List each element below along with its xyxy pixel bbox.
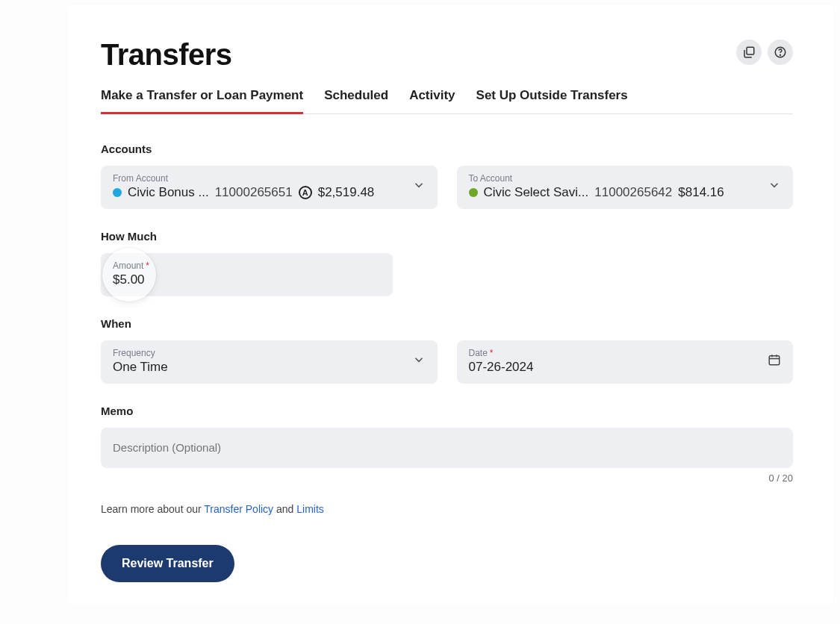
- from-account-number: 11000265651: [215, 185, 293, 200]
- from-account-name: Civic Bonus ...: [128, 185, 209, 200]
- frequency-label: Frequency: [113, 348, 405, 358]
- page-title: Transfers: [101, 38, 232, 72]
- header-actions: [736, 40, 793, 65]
- frequency-value: One Time: [113, 360, 405, 375]
- tabs: Make a Transfer or Loan Payment Schedule…: [101, 88, 793, 114]
- amount-label: Amount: [113, 260, 143, 271]
- date-value: 07-26-2024: [469, 360, 761, 375]
- svg-rect-0: [747, 47, 754, 54]
- from-account-label: From Account: [113, 173, 405, 184]
- tab-make-transfer[interactable]: Make a Transfer or Loan Payment: [101, 88, 303, 114]
- to-account-name: Civic Select Savi...: [484, 185, 589, 200]
- limits-link[interactable]: Limits: [296, 503, 324, 515]
- from-account-balance: $2,519.48: [318, 185, 375, 200]
- transfers-card: Transfers Make a Transfer or Loan Paymen…: [67, 4, 834, 605]
- date-label: Date: [469, 348, 488, 358]
- chevron-down-icon: [760, 178, 781, 195]
- to-account-color-dot: [469, 188, 478, 197]
- frequency-select[interactable]: Frequency One Time: [101, 340, 438, 384]
- from-account-color-dot: [113, 188, 122, 197]
- account-type-badge-icon: A: [299, 186, 312, 199]
- memo-section-label: Memo: [101, 405, 793, 417]
- to-account-number: 11000265642: [594, 185, 672, 200]
- accounts-section-label: Accounts: [101, 143, 793, 155]
- from-account-select[interactable]: From Account Civic Bonus ... 11000265651…: [101, 166, 438, 209]
- tab-activity[interactable]: Activity: [409, 88, 455, 114]
- save-copy-icon[interactable]: [736, 40, 762, 65]
- required-asterisk: *: [146, 260, 149, 271]
- policy-text: Learn more about our Transfer Policy and…: [101, 503, 793, 515]
- transfer-policy-link[interactable]: Transfer Policy: [204, 503, 273, 515]
- calendar-icon: [760, 353, 781, 369]
- required-asterisk: *: [490, 348, 494, 358]
- to-account-label: To Account: [469, 173, 761, 184]
- help-icon[interactable]: [768, 40, 793, 65]
- amount-value: $5.00: [113, 272, 381, 287]
- chevron-down-icon: [405, 178, 426, 195]
- memo-input[interactable]: [113, 441, 781, 454]
- date-field[interactable]: Date* 07-26-2024: [457, 340, 794, 384]
- chevron-down-icon: [405, 353, 426, 369]
- memo-char-counter: 0 / 20: [101, 472, 793, 484]
- how-much-section-label: How Much: [101, 230, 793, 243]
- header: Transfers: [101, 38, 793, 72]
- svg-rect-3: [769, 356, 780, 365]
- tab-outside-transfers[interactable]: Set Up Outside Transfers: [476, 88, 628, 114]
- amount-field[interactable]: Amount* $5.00: [101, 253, 393, 296]
- to-account-balance: $814.16: [678, 185, 724, 200]
- review-transfer-button[interactable]: Review Transfer: [101, 545, 234, 582]
- accounts-row: From Account Civic Bonus ... 11000265651…: [101, 166, 793, 209]
- to-account-select[interactable]: To Account Civic Select Savi... 11000265…: [457, 166, 794, 209]
- memo-field-wrapper: [101, 428, 793, 468]
- tab-scheduled[interactable]: Scheduled: [324, 88, 388, 114]
- svg-point-2: [780, 54, 781, 55]
- when-section-label: When: [101, 317, 793, 330]
